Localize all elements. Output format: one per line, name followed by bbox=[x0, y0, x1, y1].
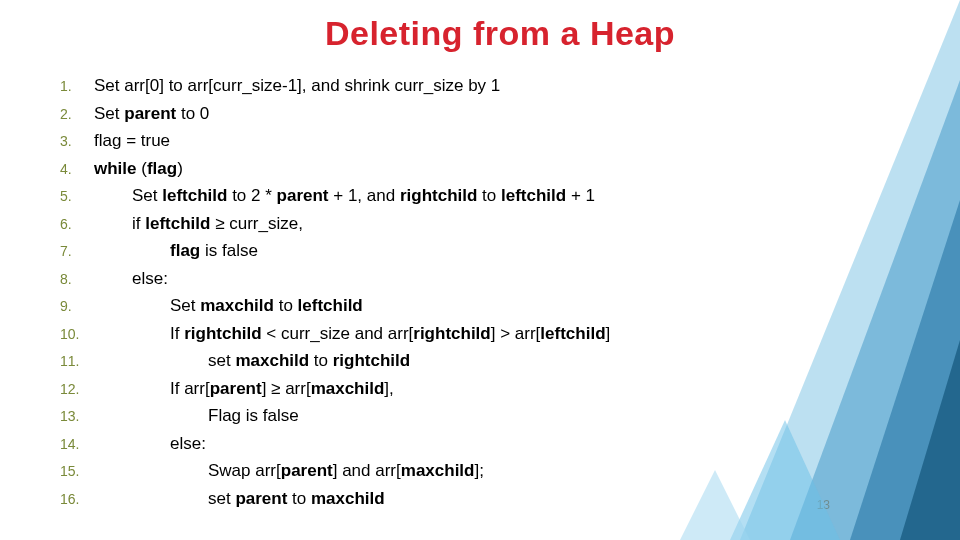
pseudocode-line: 3.flag = true bbox=[60, 127, 880, 155]
line-number: 5. bbox=[60, 183, 94, 208]
line-number: 10. bbox=[60, 321, 94, 346]
line-number: 1. bbox=[60, 73, 94, 98]
line-text: if leftchild ≥ curr_size, bbox=[132, 210, 303, 238]
page-number: 13 bbox=[817, 498, 830, 512]
pseudocode-line: 6.if leftchild ≥ curr_size, bbox=[60, 210, 880, 238]
pseudocode-line: 10.If rightchild < curr_size and arr[rig… bbox=[60, 320, 880, 348]
line-number: 6. bbox=[60, 211, 94, 236]
line-number: 13. bbox=[60, 403, 94, 428]
line-text: Set arr[0] to arr[curr_size-1], and shri… bbox=[94, 72, 500, 100]
line-text: set parent to maxchild bbox=[208, 485, 385, 513]
line-text: Set maxchild to leftchild bbox=[170, 292, 363, 320]
line-text: Set parent to 0 bbox=[94, 100, 209, 128]
line-text: If rightchild < curr_size and arr[rightc… bbox=[170, 320, 610, 348]
line-number: 2. bbox=[60, 101, 94, 126]
line-number: 11. bbox=[60, 348, 94, 373]
line-text: Flag is false bbox=[208, 402, 299, 430]
line-text: Set leftchild to 2 * parent + 1, and rig… bbox=[132, 182, 595, 210]
line-number: 12. bbox=[60, 376, 94, 401]
pseudocode-line: 13.Flag is false bbox=[60, 402, 880, 430]
line-number: 7. bbox=[60, 238, 94, 263]
slide: { "title": "Deleting from a Heap", "page… bbox=[0, 0, 960, 540]
line-text: Swap arr[parent] and arr[maxchild]; bbox=[208, 457, 484, 485]
pseudocode-line: 8.else: bbox=[60, 265, 880, 293]
line-number: 4. bbox=[60, 156, 94, 181]
line-number: 8. bbox=[60, 266, 94, 291]
line-text: If arr[parent] ≥ arr[maxchild], bbox=[170, 375, 394, 403]
pseudocode-line: 7.flag is false bbox=[60, 237, 880, 265]
line-text: while (flag) bbox=[94, 155, 183, 183]
line-number: 16. bbox=[60, 486, 94, 511]
pseudocode-line: 5.Set leftchild to 2 * parent + 1, and r… bbox=[60, 182, 880, 210]
line-number: 3. bbox=[60, 128, 94, 153]
pseudocode-list: 1.Set arr[0] to arr[curr_size-1], and sh… bbox=[60, 72, 880, 513]
pseudocode-line: 1.Set arr[0] to arr[curr_size-1], and sh… bbox=[60, 72, 880, 100]
pseudocode-line: 9.Set maxchild to leftchild bbox=[60, 292, 880, 320]
line-text: flag is false bbox=[170, 237, 258, 265]
line-number: 14. bbox=[60, 431, 94, 456]
line-text: else: bbox=[170, 430, 206, 458]
line-text: else: bbox=[132, 265, 168, 293]
line-text: flag = true bbox=[94, 127, 170, 155]
slide-title: Deleting from a Heap bbox=[0, 14, 960, 53]
line-number: 15. bbox=[60, 458, 94, 483]
pseudocode-line: 4.while (flag) bbox=[60, 155, 880, 183]
pseudocode-line: 12.If arr[parent] ≥ arr[maxchild], bbox=[60, 375, 880, 403]
pseudocode-line: 14.else: bbox=[60, 430, 880, 458]
line-text: set maxchild to rightchild bbox=[208, 347, 410, 375]
pseudocode-line: 15.Swap arr[parent] and arr[maxchild]; bbox=[60, 457, 880, 485]
line-number: 9. bbox=[60, 293, 94, 318]
pseudocode-line: 11.set maxchild to rightchild bbox=[60, 347, 880, 375]
pseudocode-line: 2.Set parent to 0 bbox=[60, 100, 880, 128]
svg-marker-3 bbox=[900, 340, 960, 540]
pseudocode-line: 16.set parent to maxchild bbox=[60, 485, 880, 513]
